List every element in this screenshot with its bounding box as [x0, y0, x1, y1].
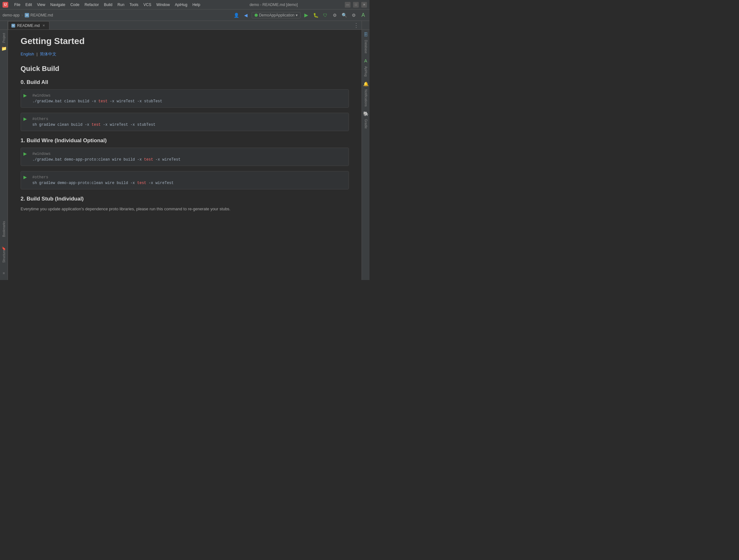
menu-navigate[interactable]: Navigate — [48, 2, 67, 8]
notifications-icon[interactable]: 🔔 — [363, 81, 368, 87]
run-button[interactable]: ▶ — [302, 11, 310, 19]
run-status-dot — [255, 14, 258, 17]
tab-file-icon: M — [11, 24, 15, 27]
toolbar-right: 👤 ◀ DemoAppApplication ▾ ▶ 🐛 🛡 ⚙ 🔍 ⚙ A — [233, 11, 367, 19]
code-cmd-2: sh gradlew clean build -x — [32, 123, 92, 127]
heading-getting-started: Getting Started — [21, 36, 349, 46]
heading-build-wire: 1. Build Wire (Individual Optional) — [21, 137, 349, 144]
back-button[interactable]: ◀ — [242, 11, 250, 19]
menu-build[interactable]: Build — [102, 2, 115, 8]
database-icon[interactable]: 🗄 — [363, 32, 368, 37]
menu-run[interactable]: Run — [115, 2, 127, 8]
code-cmd-4: sh gradlew demo-app-proto:clean wire bui… — [32, 181, 137, 185]
app-icon: IJ — [3, 2, 8, 8]
file-md-icon: M — [25, 13, 29, 17]
apihug-plugin-icon[interactable]: A — [359, 11, 367, 19]
run-config-selector[interactable]: DemoAppApplication ▾ — [252, 12, 300, 18]
code-highlight-2: test — [92, 123, 101, 127]
code-rest-4: -x wireTest — [146, 181, 173, 185]
code-run-button-2[interactable]: ▶ — [23, 116, 27, 121]
heading-build-stub: 2. Build Stub (Individual) — [21, 196, 349, 202]
gradle-panel-label[interactable]: Gradle — [363, 118, 369, 130]
breadcrumb-project[interactable]: demo-app — [3, 13, 20, 17]
code-comment-2: #others — [32, 117, 48, 121]
structure-icon[interactable]: ≡ — [3, 271, 5, 275]
menu-code[interactable]: Code — [68, 2, 82, 8]
breadcrumb-file: M README.md — [25, 13, 53, 17]
code-highlight-4: test — [137, 181, 146, 185]
run-config-dropdown-icon: ▾ — [296, 13, 298, 17]
apihug-icon[interactable]: A — [363, 58, 368, 64]
code-run-button-1[interactable]: ▶ — [23, 93, 27, 98]
heading-quick-build: Quick Build — [21, 64, 349, 73]
search-button[interactable]: 🔍 — [340, 11, 348, 19]
code-content-3: #windows ./gradlew.bat demo-app-proto:cl… — [21, 148, 348, 166]
database-panel-label[interactable]: Database — [363, 39, 369, 55]
code-run-button-4[interactable]: ▶ — [23, 174, 27, 179]
tab-options-button[interactable]: ⋮ — [351, 21, 361, 29]
gear-button[interactable]: ⚙ — [350, 11, 357, 19]
heading-build-all: 0. Build All — [21, 79, 349, 86]
tab-close-button[interactable]: ✕ — [41, 23, 46, 28]
code-block-others-1: ▶ #others sh gradlew clean build -x test… — [21, 113, 349, 131]
code-cmd-3: ./gradlew.bat demo-app-proto:clean wire … — [32, 157, 144, 162]
debug-button[interactable]: 🐛 — [312, 11, 319, 19]
title-bar: IJ File Edit View Navigate Code Refactor… — [0, 0, 370, 9]
left-sidebar-top — [0, 21, 8, 29]
maximize-button[interactable]: □ — [353, 2, 359, 8]
menu-bar: File Edit View Navigate Code Refactor Bu… — [12, 2, 202, 8]
user-icon[interactable]: 👤 — [233, 11, 240, 19]
code-rest-1: -x wireTest -x stubTest — [108, 99, 162, 104]
lang-separator: | — [36, 52, 37, 56]
code-rest-3: -x wireTest — [153, 157, 180, 162]
code-block-windows-1: ▶ #windows ./gradlew.bat clean build -x … — [21, 89, 349, 108]
breadcrumb-separator: › — [21, 13, 23, 17]
bookmarks-panel-label[interactable]: Bookmarks — [1, 219, 7, 239]
menu-edit[interactable]: Edit — [23, 2, 34, 8]
code-run-button-3[interactable]: ▶ — [23, 151, 27, 156]
minimize-button[interactable]: — — [345, 2, 350, 8]
language-links: English | 简体中文 — [21, 51, 349, 57]
menu-help[interactable]: Help — [190, 2, 203, 8]
project-panel-label[interactable]: Project — [1, 31, 7, 45]
tab-label: README.md — [17, 23, 39, 28]
title-bar-left: IJ File Edit View Navigate Code Refactor… — [3, 2, 202, 8]
notifications-panel-label[interactable]: Notifications — [363, 88, 369, 108]
code-content-1: #windows ./gradlew.bat clean build -x te… — [21, 90, 348, 107]
code-comment-1: #windows — [32, 94, 51, 98]
structure-panel-label[interactable]: Structure — [1, 248, 7, 265]
code-highlight-1: test — [99, 99, 108, 104]
code-block-windows-2: ▶ #windows ./gradlew.bat demo-app-proto:… — [21, 148, 349, 166]
run-config-label: DemoAppApplication — [259, 13, 294, 17]
code-block-others-2: ▶ #others sh gradlew demo-app-proto:clea… — [21, 171, 349, 189]
coverage-button[interactable]: 🛡 — [321, 11, 329, 19]
window-controls: — □ ✕ — [345, 2, 367, 8]
menu-refactor[interactable]: Refactor — [82, 2, 101, 8]
window-title: demo - README.md [demo] — [250, 3, 298, 7]
tab-readme[interactable]: M README.md ✕ — [8, 21, 49, 29]
code-comment-4: #others — [32, 175, 48, 179]
code-content-2: #others sh gradlew clean build -x test -… — [21, 113, 348, 131]
close-button[interactable]: ✕ — [361, 2, 367, 8]
folder-icon[interactable]: 📁 — [1, 46, 7, 51]
right-sidebar: 🗄 Database A ApiHug 🔔 Notifications 🐘 Gr… — [361, 30, 370, 280]
right-sidebar-top — [361, 21, 370, 29]
menu-tools[interactable]: Tools — [127, 2, 141, 8]
lang-link-zh[interactable]: 简体中文 — [40, 52, 56, 56]
lang-link-en[interactable]: English — [21, 52, 34, 56]
gradle-icon[interactable]: 🐘 — [363, 111, 368, 117]
menu-apihug[interactable]: ApiHug — [173, 2, 189, 8]
stub-description: Everytime you update application's depen… — [21, 206, 349, 212]
code-rest-2: -x wireTest -x stubTest — [101, 123, 155, 127]
code-cmd-1: ./gradlew.bat clean build -x — [32, 99, 99, 104]
menu-view[interactable]: View — [35, 2, 47, 8]
main-toolbar: demo-app › M README.md 👤 ◀ DemoAppApplic… — [0, 9, 370, 21]
menu-file[interactable]: File — [12, 2, 22, 8]
content-area: Getting Started English | 简体中文 Quick Bui… — [8, 30, 361, 280]
code-comment-3: #windows — [32, 152, 51, 156]
menu-window[interactable]: Window — [154, 2, 172, 8]
settings-button[interactable]: ⚙ — [331, 11, 338, 19]
breadcrumb-filename[interactable]: README.md — [30, 13, 53, 17]
menu-vcs[interactable]: VCS — [141, 2, 154, 8]
apihug-panel-label[interactable]: ApiHug — [363, 65, 369, 78]
